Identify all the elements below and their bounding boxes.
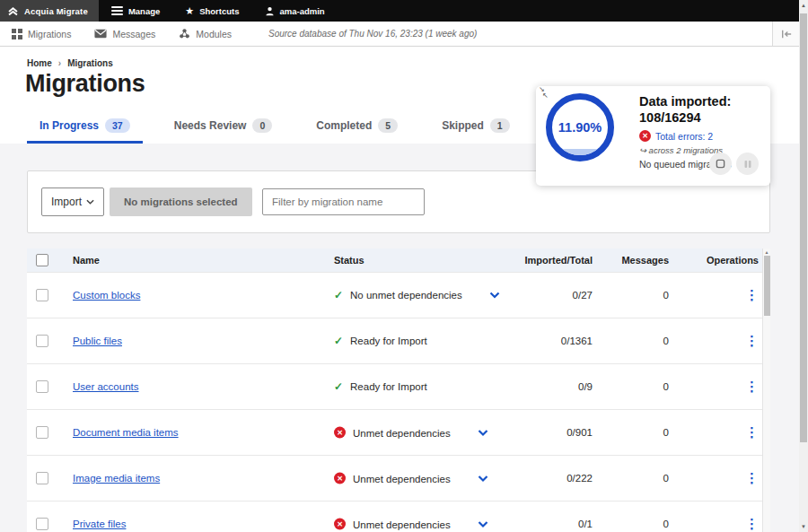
tab-completed[interactable]: Completed 5 bbox=[303, 113, 410, 144]
column-header-messages: Messages bbox=[621, 255, 669, 266]
import-dropdown-button[interactable]: Import bbox=[41, 188, 104, 216]
row-checkbox[interactable] bbox=[36, 426, 48, 439]
status-chevron-icon[interactable] bbox=[478, 475, 488, 482]
brand-label: Acquia Migrate bbox=[24, 6, 88, 16]
tab-needs-review[interactable]: Needs Review 0 bbox=[162, 113, 285, 144]
pause-import-button[interactable] bbox=[736, 153, 759, 175]
table-row: Private files ✓ ✕ Unmet dependencies 0/1… bbox=[27, 501, 770, 532]
row-checkbox[interactable] bbox=[36, 289, 48, 301]
column-header-imported-total: Imported/Total bbox=[524, 255, 593, 266]
stop-icon bbox=[716, 159, 725, 169]
row-checkbox[interactable] bbox=[36, 472, 48, 484]
status-text: No unmet dependencies bbox=[350, 290, 462, 301]
status-ok-icon: ✓ bbox=[334, 289, 343, 301]
toolbar-item-messages[interactable]: Messages bbox=[83, 22, 167, 46]
content-area: Import No migrations selected Name Statu… bbox=[0, 144, 799, 532]
user-account-menu-item[interactable]: ama-admin bbox=[252, 0, 338, 22]
operations-kebab-button[interactable]: ⋮ bbox=[745, 424, 759, 440]
migration-name-link[interactable]: Document media items bbox=[73, 427, 179, 438]
star-icon: ★ bbox=[185, 6, 194, 16]
table-scrollbar[interactable]: ▲ bbox=[762, 249, 770, 532]
pause-icon bbox=[743, 160, 752, 169]
table-row: User accounts ✓ ✕ Ready for Import 0/9 0… bbox=[27, 363, 770, 409]
messages-count: 0 bbox=[663, 381, 669, 392]
imported-total-value: 0/1361 bbox=[561, 336, 593, 346]
operations-kebab-button[interactable]: ⋮ bbox=[745, 287, 759, 302]
scroll-down-arrow-icon[interactable]: ▼ bbox=[799, 524, 808, 529]
admin-toolbar: Migrations Messages Modules Source datab… bbox=[0, 22, 799, 47]
messages-count: 0 bbox=[663, 336, 669, 346]
operations-kebab-button[interactable]: ⋮ bbox=[745, 333, 759, 348]
status-text: Ready for Import bbox=[350, 336, 427, 346]
table-scrollbar-thumb[interactable] bbox=[764, 256, 770, 316]
resize-card-button[interactable]: ↘ ↖ bbox=[539, 86, 549, 99]
import-status-overlay-card: ↘ ↖ 11.90% Data imported: 108/16294 ✕ To… bbox=[536, 86, 770, 186]
status-text: Ready for Import bbox=[350, 381, 427, 392]
row-checkbox[interactable] bbox=[36, 518, 48, 530]
toolbar-item-migrations[interactable]: Migrations bbox=[0, 22, 83, 46]
column-header-name: Name bbox=[73, 255, 100, 266]
select-all-checkbox[interactable] bbox=[36, 254, 48, 266]
breadcrumb-home-link[interactable]: Home bbox=[27, 58, 52, 68]
status-chevron-icon[interactable] bbox=[478, 520, 488, 528]
operations-kebab-button[interactable]: ⋮ bbox=[745, 516, 759, 531]
user-label: ama-admin bbox=[280, 6, 325, 16]
no-migrations-selected-button: No migrations selected bbox=[110, 188, 252, 216]
brand-home-button[interactable]: Acquia Migrate bbox=[0, 0, 99, 22]
status-chevron-icon[interactable] bbox=[489, 292, 500, 299]
tab-in-progress[interactable]: In Progress 37 bbox=[27, 113, 143, 144]
toolbar-orientation-toggle[interactable] bbox=[772, 22, 799, 46]
progress-percent: 11.90% bbox=[558, 120, 602, 135]
top-bar: Acquia Migrate Manage ★ Shortcuts ama-ad… bbox=[0, 0, 799, 22]
acquia-double-chevron-up-icon bbox=[7, 5, 19, 17]
messages-label: Messages bbox=[112, 29, 155, 39]
messages-count: 0 bbox=[663, 290, 669, 301]
modules-label: Modules bbox=[196, 29, 232, 39]
page-scrollbar-thumb[interactable] bbox=[800, 13, 807, 442]
table-row: Custom blocks ✓ ✕ No unmet dependencies … bbox=[27, 272, 770, 318]
data-imported-value: 108/16294 bbox=[639, 109, 732, 126]
migration-name-link[interactable]: User accounts bbox=[73, 381, 139, 392]
scroll-up-arrow-icon[interactable]: ▲ bbox=[763, 249, 770, 255]
row-checkbox[interactable] bbox=[36, 335, 48, 347]
migration-name-link[interactable]: Public files bbox=[73, 336, 122, 346]
migration-filter-input[interactable] bbox=[262, 188, 425, 215]
manage-menu-item[interactable]: Manage bbox=[99, 0, 172, 22]
envelope-icon bbox=[94, 29, 107, 39]
breadcrumb-separator: › bbox=[58, 58, 61, 68]
shortcuts-menu-item[interactable]: ★ Shortcuts bbox=[172, 0, 251, 22]
progress-fill bbox=[552, 149, 608, 155]
row-checkbox[interactable] bbox=[36, 380, 48, 393]
page-title: Migrations bbox=[25, 70, 145, 98]
grid-icon bbox=[12, 29, 22, 39]
table-row: Image media items ✓ ✕ Unmet dependencies… bbox=[27, 455, 770, 501]
operations-kebab-button[interactable]: ⋮ bbox=[745, 379, 759, 394]
chevron-down-icon bbox=[86, 199, 94, 205]
migration-name-link[interactable]: Private files bbox=[73, 519, 126, 529]
total-errors-link[interactable]: ✕ Total errors: 2 bbox=[639, 130, 732, 142]
stop-import-button[interactable] bbox=[709, 153, 732, 175]
arrow-up-left-icon: ↖ bbox=[542, 92, 549, 99]
status-text: Unmet dependencies bbox=[353, 473, 451, 484]
breadcrumb: Home › Migrations bbox=[27, 58, 113, 68]
status-ok-icon: ✓ bbox=[334, 335, 343, 347]
error-icon: ✕ bbox=[639, 130, 651, 142]
migration-name-link[interactable]: Image media items bbox=[73, 473, 160, 484]
operations-kebab-button[interactable]: ⋮ bbox=[745, 470, 759, 485]
scroll-up-arrow-icon[interactable]: ▲ bbox=[799, 3, 808, 8]
tab-skipped[interactable]: Skipped 1 bbox=[429, 113, 523, 144]
tab-count-badge: 37 bbox=[105, 118, 130, 133]
messages-count: 0 bbox=[663, 473, 669, 484]
toolbar-item-modules[interactable]: Modules bbox=[167, 22, 243, 46]
tab-count-badge: 1 bbox=[490, 118, 510, 133]
tab-count-badge: 5 bbox=[378, 118, 398, 133]
hamburger-icon bbox=[111, 4, 123, 17]
migration-name-link[interactable]: Custom blocks bbox=[73, 290, 140, 301]
tab-count-badge: 0 bbox=[252, 118, 272, 133]
status-error-icon: ✕ bbox=[334, 427, 346, 439]
data-imported-label: Data imported: bbox=[639, 93, 732, 109]
status-text: Unmet dependencies bbox=[353, 427, 451, 438]
breadcrumb-current-link[interactable]: Migrations bbox=[67, 58, 113, 68]
page-scrollbar[interactable]: ▲ ▼ bbox=[799, 0, 808, 532]
status-chevron-icon[interactable] bbox=[478, 429, 488, 436]
